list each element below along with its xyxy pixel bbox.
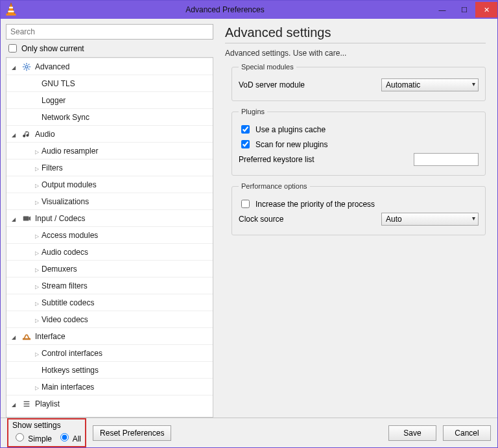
settings-tree[interactable]: AdvancedGNU TLSLoggerNetwork SyncAudioAu…: [6, 58, 213, 417]
tree-item[interactable]: Interface: [6, 327, 213, 344]
search-input[interactable]: [6, 24, 213, 40]
chevron-expanded-icon[interactable]: [12, 332, 18, 341]
if-icon: [21, 332, 32, 341]
tree-item[interactable]: Filters: [6, 159, 213, 176]
show-settings-simple[interactable]: Simple: [12, 431, 52, 443]
tree-item-label: Audio: [35, 130, 55, 139]
only-show-current-row[interactable]: Only show current: [6, 42, 213, 54]
show-settings-all[interactable]: All: [57, 431, 81, 443]
tree-item-label: Hotkeys settings: [42, 366, 99, 375]
chevron-collapsed-icon[interactable]: [35, 147, 42, 156]
tree-item[interactable]: Network Sync: [6, 108, 213, 125]
tree-item[interactable]: Video codecs: [6, 311, 213, 327]
tree-item-label: Playlist: [35, 399, 60, 408]
tree-item[interactable]: Input / Codecs: [6, 209, 213, 226]
right-panel: Advanced settings Advanced settings. Use…: [213, 24, 492, 418]
tree-item[interactable]: Access modules: [6, 226, 213, 243]
audio-icon: [21, 130, 32, 139]
group-special-modules: Special modules VoD server module Automa…: [231, 63, 486, 101]
legend-plugins: Plugins: [239, 108, 267, 115]
tree-item[interactable]: Audio resampler: [6, 142, 213, 159]
tree-item[interactable]: Visualizations: [6, 193, 213, 209]
svg-marker-0: [7, 3, 15, 15]
tree-item-label: Output modules: [42, 180, 97, 189]
vlc-icon: [3, 2, 19, 18]
tree-item[interactable]: Main interfaces: [6, 378, 213, 395]
cancel-button[interactable]: Cancel: [443, 425, 491, 441]
chevron-collapsed-icon[interactable]: [35, 265, 42, 274]
scan-for-new-plugins-checkbox[interactable]: [241, 140, 250, 148]
chevron-collapsed-icon[interactable]: [35, 197, 42, 206]
page-title: Advanced settings: [225, 25, 486, 40]
tree-item[interactable]: Subtitle codecs: [6, 294, 213, 311]
tree-item[interactable]: Advanced: [6, 58, 213, 75]
codec-icon: [21, 214, 32, 223]
advanced-preferences-window: Advanced Preferences Only show current A…: [0, 0, 498, 448]
tree-item-label: Advanced: [35, 62, 69, 71]
chevron-collapsed-icon[interactable]: [35, 383, 42, 392]
group-plugins: Plugins Use a plugins cache Scan for new…: [231, 108, 486, 176]
chevron-collapsed-icon[interactable]: [35, 163, 42, 172]
tree-item-label: Interface: [35, 332, 65, 341]
chevron-expanded-icon[interactable]: [12, 130, 18, 139]
tree-item-label: Subtitle codecs: [42, 298, 94, 307]
tree-item[interactable]: Stream filters: [6, 277, 213, 294]
vod-server-combo[interactable]: Automatic: [381, 78, 479, 91]
minimize-button[interactable]: [431, 2, 453, 18]
save-button[interactable]: Save: [388, 425, 436, 441]
preferred-keystore-input[interactable]: [414, 153, 479, 166]
maximize-button[interactable]: [453, 2, 475, 18]
use-plugins-cache-checkbox[interactable]: [241, 125, 250, 134]
tree-item-label: Visualizations: [42, 197, 89, 206]
reset-preferences-button[interactable]: Reset Preferences: [93, 425, 171, 441]
show-settings-label: Show settings: [12, 421, 81, 430]
tree-item[interactable]: Control interfaces: [6, 344, 213, 361]
tree-item-label: Audio resampler: [42, 147, 98, 156]
chevron-collapsed-icon[interactable]: [35, 349, 42, 358]
tree-item[interactable]: Logger: [6, 91, 213, 108]
chevron-collapsed-icon[interactable]: [35, 248, 42, 257]
chevron-expanded-icon[interactable]: [12, 399, 18, 408]
legend-special-modules: Special modules: [239, 63, 296, 71]
tree-item-label: Input / Codecs: [35, 214, 85, 223]
all-radio[interactable]: [60, 433, 69, 442]
chevron-expanded-icon[interactable]: [12, 214, 18, 223]
tree-item-label: Filters: [42, 163, 63, 172]
svg-marker-14: [29, 216, 31, 220]
simple-radio[interactable]: [16, 433, 24, 442]
tree-item[interactable]: Output modules: [6, 176, 213, 193]
tree-item[interactable]: Hotkeys settings: [6, 361, 213, 378]
svg-rect-3: [8, 11, 14, 12]
svg-rect-15: [23, 338, 30, 340]
tree-item[interactable]: Demuxers: [6, 260, 213, 277]
chevron-collapsed-icon[interactable]: [35, 281, 42, 290]
chevron-collapsed-icon[interactable]: [35, 315, 42, 324]
vod-server-label: VoD server module: [239, 80, 349, 89]
tree-item-label: Network Sync: [42, 113, 89, 122]
tree-item-label: Control interfaces: [42, 349, 102, 358]
svg-line-11: [24, 68, 25, 69]
clock-source-label: Clock source: [239, 215, 349, 224]
increase-priority-checkbox[interactable]: [241, 200, 250, 208]
svg-rect-1: [6, 14, 16, 16]
close-button[interactable]: [475, 2, 497, 18]
chevron-expanded-icon[interactable]: [12, 62, 18, 71]
chevron-collapsed-icon[interactable]: [35, 298, 42, 307]
tree-item-label: Main interfaces: [42, 383, 94, 392]
clock-source-combo[interactable]: Auto: [381, 213, 479, 226]
chevron-collapsed-icon[interactable]: [35, 180, 42, 189]
chevron-collapsed-icon[interactable]: [35, 231, 42, 240]
tree-item[interactable]: GNU TLS: [6, 75, 213, 91]
svg-line-9: [24, 64, 25, 65]
svg-rect-13: [23, 216, 29, 220]
only-show-current-label: Only show current: [21, 44, 84, 53]
increase-priority-label: Increase the priority of the process: [255, 200, 375, 209]
tree-item-label: Logger: [42, 96, 65, 105]
tree-item[interactable]: Audio codecs: [6, 243, 213, 260]
scan-for-new-plugins-label: Scan for new plugins: [255, 140, 327, 149]
tree-item[interactable]: Playlist: [6, 395, 213, 412]
svg-line-12: [29, 64, 30, 65]
svg-line-10: [29, 68, 30, 69]
tree-item[interactable]: Audio: [6, 125, 213, 142]
only-show-current-checkbox[interactable]: [8, 44, 17, 53]
